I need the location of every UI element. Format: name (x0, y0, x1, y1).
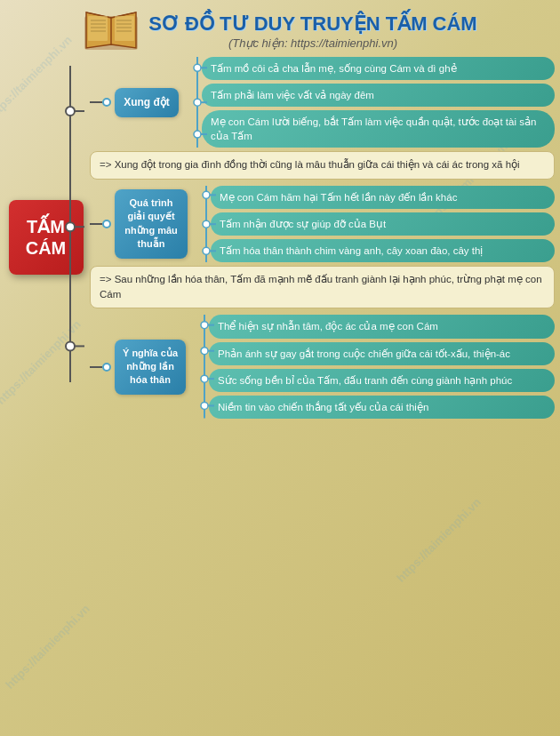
dot-group2 (102, 220, 111, 228)
main-layout: TẤMCÁM Xung đột (0, 57, 560, 426)
svg-rect-1 (88, 16, 108, 41)
mid-node-qua-trinh: Quá trình giải quyết những mâu thuẫn (115, 189, 188, 259)
sub-title: (Thực hiện: https://taimienphi.vn) (148, 36, 476, 50)
mid-label-y-nghia: Ý nghĩa của những lần hóa thân (123, 348, 178, 386)
watermark-4: https://taimienphi.vn (394, 495, 483, 584)
h-line-group2 (90, 223, 102, 225)
leaf-xung-dot-3: Mẹ con Cám lười biếng, bắt Tấm làm việc … (202, 110, 555, 148)
summary-xung-dot: => Xung đột trong gia đình đồng thời cũn… (90, 151, 555, 179)
leaf-xung-dot-1: Tấm mồ côi cả cha lẫn mẹ, sống cùng Cám … (202, 57, 555, 80)
mid-label-xung-dot: Xung đột (124, 96, 170, 108)
right-panel: Xung đột Tấm mồ côi cả cha (90, 57, 555, 419)
group-y-nghia: Ý nghĩa của những lần hóa thân (90, 315, 555, 418)
leaf-qua-trinh-1: Mẹ con Cám hãm hại Tấm hết lần này đến l… (211, 186, 555, 209)
svg-rect-2 (115, 16, 134, 41)
dot-group1 (102, 98, 111, 107)
mid-node-y-nghia: Ý nghĩa của những lần hóa thân (115, 340, 186, 395)
dot-group3 (102, 363, 111, 372)
group-xung-dot: Xung đột Tấm mồ côi cả cha (90, 57, 555, 180)
mid-node-xung-dot: Xung đột (115, 88, 179, 117)
watermark-5: https://taimienphi.vn (3, 602, 92, 691)
leaf-y-nghia-4: Niềm tin vào chiến thắng tất yếu của cái… (209, 396, 555, 419)
leaf-qua-trinh-3: Tấm hóa thân thành chim vàng anh, cây xo… (211, 239, 555, 262)
h-line-group1 (90, 101, 102, 103)
header: SƠ ĐỒ TƯ DUY TRUYỆN TẤM CÁM (Thực hiện: … (0, 0, 560, 57)
leaf-qua-trinh-2: Tấm nhận được sự giúp đỡ của Bụt (211, 212, 555, 236)
main-title: SƠ ĐỒ TƯ DUY TRUYỆN TẤM CÁM (148, 12, 476, 36)
header-text: SƠ ĐỒ TƯ DUY TRUYỆN TẤM CÁM (Thực hiện: … (148, 12, 476, 49)
leaf-y-nghia-1: Thể hiện sự nhẫn tâm, độc ác của mẹ con … (209, 315, 555, 338)
group-qua-trinh-row: Quá trình giải quyết những mâu thuẫn Mẹ … (90, 186, 555, 262)
group-xung-dot-row: Xung đột Tấm mồ côi cả cha (90, 57, 555, 148)
book-icon (83, 9, 140, 53)
summary-qua-trinh: => Sau những lần hóa thân, Tấm đã mạnh m… (90, 266, 555, 309)
leaf-y-nghia-3: Sức sống bền bỉ của Tấm, đấu tranh đến c… (209, 369, 555, 392)
mid-label-qua-trinh: Quá trình giải quyết những mâu thuẫn (124, 197, 178, 249)
group-y-nghia-row: Ý nghĩa của những lần hóa thân (90, 315, 555, 418)
leaf-xung-dot-2: Tấm phải làm việc vất vả ngày đêm (202, 84, 555, 107)
h-line-group3 (90, 366, 102, 368)
left-panel: TẤMCÁM (5, 57, 90, 419)
tam-cam-button[interactable]: TẤMCÁM (9, 200, 84, 275)
leaf-y-nghia-2: Phản ánh sự gay gắt trong cuộc chiến giữ… (209, 342, 555, 365)
tam-cam-label: TẤMCÁM (26, 216, 67, 259)
group-qua-trinh: Quá trình giải quyết những mâu thuẫn Mẹ … (90, 186, 555, 309)
